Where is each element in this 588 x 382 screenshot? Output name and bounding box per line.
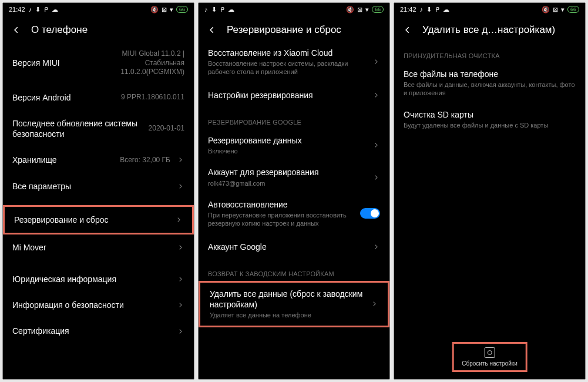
download-icon: ⬇ [211, 6, 217, 14]
statusbar: ♪ ⬇ ᑭ ☁ 🔇 ⊠ ▾ 66 [199, 3, 389, 16]
back-button[interactable] [207, 25, 217, 35]
header: Удалить все д…настройкам) [394, 16, 585, 42]
tiktok-icon: ♪ [29, 6, 32, 13]
phone-screen-erase: 21:42 ♪ ⬇ ᑭ ☁ 🔇 ⊠ ▾ 66 Удалить все д…нас… [394, 2, 586, 380]
statusbar: 21:42 ♪ ⬇ ᑭ ☁ 🔇 ⊠ ▾ 66 [394, 3, 585, 16]
row-auto-restore[interactable]: Автовосстановление При переустановке при… [199, 193, 389, 234]
row-legal-info[interactable]: Юридическая информация [3, 266, 194, 292]
tiktok-icon: ♪ [204, 6, 208, 13]
row-miui-version[interactable]: Версия MIUI MIUI Global 11.0.2 | Стабиль… [3, 42, 194, 85]
row-mi-mover[interactable]: Mi Mover [3, 234, 194, 260]
row-erase-all-data[interactable]: Удалить все данные (сброс к заводским на… [199, 281, 389, 327]
section-factory-reset: ВОЗВРАТ К ЗАВОДСКИМ НАСТРОЙКАМ [199, 260, 389, 281]
row-storage[interactable]: Хранилище Всего: 32,00 ГБ [3, 147, 194, 173]
chevron-right-icon [176, 301, 184, 309]
reset-icon [485, 347, 495, 358]
cloud-icon: ☁ [443, 6, 449, 14]
row-android-version[interactable]: Версия Android 9 PPR1.180610.011 [3, 85, 194, 110]
wifi-icon: ▾ [561, 6, 565, 14]
phone-screen-backup: ♪ ⬇ ᑭ ☁ 🔇 ⊠ ▾ 66 Резервирование и сброс … [198, 2, 390, 380]
battery-icon: 66 [176, 6, 188, 13]
row-backup-reset[interactable]: Резервирование и сброс [3, 205, 194, 234]
box-icon: ⊠ [553, 6, 558, 14]
row-all-files-phone[interactable]: Все файлы на телефоне Все файлы и данные… [394, 63, 585, 103]
settings-list: ПРИНУДИТЕЛЬНАЯ ОЧИСТКА Все файлы на теле… [394, 42, 585, 379]
tiktok-icon: ♪ [420, 6, 424, 13]
reset-button-label: Сбросить настройки [462, 360, 518, 367]
chevron-right-icon [372, 58, 380, 66]
chevron-right-icon [174, 216, 183, 224]
chevron-right-icon [370, 300, 378, 308]
box-icon: ⊠ [162, 6, 167, 14]
status-time: 21:42 [9, 6, 25, 13]
box-icon: ⊠ [357, 6, 362, 14]
phone-screen-about: 21:42 ♪ ⬇ ᑭ ☁ 🔇 ⊠ ▾ 66 О телефоне Версия… [2, 2, 194, 380]
chevron-right-icon [176, 327, 184, 336]
download-icon: ⬇ [426, 6, 432, 14]
app-icon-p: ᑭ [44, 6, 48, 14]
row-clean-sd-card[interactable]: Очистка SD карты Будут удалены все файлы… [394, 103, 585, 135]
row-google-account[interactable]: Аккаунт Google [199, 234, 389, 260]
app-icon-p: ᑭ [220, 6, 224, 14]
chevron-right-icon [372, 243, 380, 251]
cloud-icon: ☁ [228, 6, 234, 14]
section-force-clean: ПРИНУДИТЕЛЬНАЯ ОЧИСТКА [394, 42, 585, 63]
app-icon-p: ᑭ [435, 6, 439, 14]
auto-restore-toggle[interactable] [360, 208, 380, 219]
row-certification[interactable]: Сертификация [3, 318, 194, 344]
page-title: Удалить все д…настройкам) [422, 24, 555, 36]
page-title: Резервирование и сброс [227, 24, 341, 36]
row-security-info[interactable]: Информация о безопасности [3, 292, 194, 318]
row-security-patch[interactable]: Последнее обновление системы безопасност… [3, 110, 194, 147]
row-data-backup[interactable]: Резервирование данных Включено [199, 129, 389, 161]
row-backup-account[interactable]: Аккаунт для резервирования rolk473@gmail… [199, 161, 389, 193]
mute-icon: 🔇 [542, 6, 550, 14]
cloud-icon: ☁ [52, 6, 58, 14]
chevron-right-icon [176, 243, 184, 252]
chevron-right-icon [176, 275, 184, 283]
mute-icon: 🔇 [346, 6, 354, 14]
back-button[interactable] [402, 25, 413, 35]
settings-list: Восстановление из Xiaomi Cloud Восстанов… [199, 42, 389, 379]
download-icon: ⬇ [35, 6, 41, 14]
row-restore-xiaomi-cloud[interactable]: Восстановление из Xiaomi Cloud Восстанов… [199, 42, 389, 82]
header: Резервирование и сброс [199, 16, 389, 42]
statusbar: 21:42 ♪ ⬇ ᑭ ☁ 🔇 ⊠ ▾ 66 [3, 3, 194, 16]
wifi-icon: ▾ [365, 6, 369, 14]
wifi-icon: ▾ [170, 6, 173, 14]
chevron-right-icon [176, 156, 184, 164]
header: О телефоне [3, 16, 194, 42]
chevron-right-icon [372, 91, 380, 99]
reset-settings-button[interactable]: Сбросить настройки [452, 342, 527, 372]
back-button[interactable] [11, 25, 22, 35]
battery-icon: 66 [372, 6, 384, 13]
row-backup-settings[interactable]: Настройки резервирования [199, 82, 389, 108]
chevron-right-icon [372, 141, 380, 149]
mute-icon: 🔇 [150, 6, 159, 14]
chevron-right-icon [176, 182, 184, 190]
section-google-backup: РЕЗЕРВИРОВАНИЕ GOOGLE [199, 108, 389, 129]
page-title: О телефоне [31, 24, 88, 36]
chevron-right-icon [372, 173, 380, 182]
settings-list: Версия MIUI MIUI Global 11.0.2 | Стабиль… [3, 42, 194, 379]
status-time: 21:42 [400, 6, 416, 13]
battery-icon: 66 [567, 6, 579, 13]
row-all-specs[interactable]: Все параметры [3, 173, 194, 199]
